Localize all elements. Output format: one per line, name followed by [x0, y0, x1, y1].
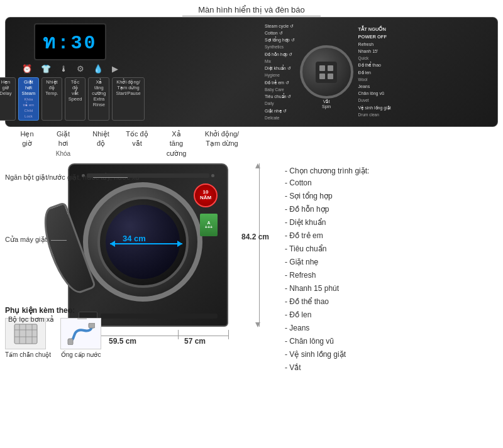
dial-dot-4 [328, 74, 333, 79]
prog-duvet: - Chăn lông vũ [285, 335, 498, 348]
prog-hygiene: Diệt khuẩn ↺Hygiene [265, 65, 295, 79]
rinse-icon: 💧 [93, 64, 103, 74]
boloc-line [77, 319, 87, 319]
svg-rect-7 [89, 323, 95, 328]
prog-cotton: - Cotton [285, 177, 498, 190]
dim-34-arrow [110, 243, 182, 244]
control-labels-row: Hẹngiờ GiặthơiKhóa Nhiệtđộ Tốc độvắt Xảt… [5, 129, 250, 158]
prog-refresh: - Refresh [285, 269, 498, 282]
prog-cotton: Cotton ↺ [265, 30, 295, 36]
prog-jeans: Jeans [358, 83, 391, 90]
spin-icon: ⚙ [77, 64, 84, 74]
acc-label-1: Tấm chắn chuột [5, 351, 51, 358]
mouse-guard-icon [13, 323, 38, 345]
program-list-title: - Chọn chương trình giặt: [285, 167, 498, 175]
label-hen-gio: Hẹngiờ [11, 129, 43, 158]
prog-sport: Đồ thể thao [358, 62, 391, 68]
control-panel: ท:30 ⏰ 👕 🌡 ⚙ 💧 ▶ Hẹn giờDelay Giặt hơiSt… [5, 17, 498, 127]
prog-spin: - Vắt [285, 361, 498, 374]
cua-line [51, 240, 67, 241]
arrow-left [110, 241, 115, 247]
ctrl-buttons-row: Hẹn giờDelay Giặt hơiSteamKhóa trẻ emChi… [0, 77, 145, 121]
icon-row: ⏰ 👕 🌡 ⚙ 💧 ▶ [22, 64, 118, 74]
dial-section: Steam cycle ↺ Cotton ↺ Sợi tổng hợp ↺Syn… [265, 22, 491, 123]
ngan-line [93, 177, 128, 178]
delay-btn[interactable]: Hẹn giờDelay [0, 77, 16, 121]
spin-label: VắtSpin [322, 99, 331, 109]
main-container: Màn hình hiển thị và đèn báo ท:30 ⏰ 👕 🌡 … [0, 0, 503, 448]
display-section: ท:30 ⏰ 👕 🌡 ⚙ 💧 ▶ Hẹn giờDelay Giặt hơiSt… [12, 23, 128, 121]
prog-delicate: - Giặt nhẹ [285, 256, 498, 269]
clock-icon: ⏰ [22, 64, 32, 74]
prog-drum: - Vệ sinh lồng giặt [285, 348, 498, 361]
acc-img-2 [60, 318, 101, 349]
warranty-badge: 10NĂM [194, 183, 218, 207]
prog-steam: Steam cycle ↺ [265, 23, 295, 30]
prog-sport: - Đồ thể thao [285, 295, 498, 309]
steam-btn[interactable]: Giặt hơiSteamKhóa trẻ emChild Lock [18, 77, 40, 121]
dial-dot-2 [328, 65, 333, 71]
dial-dot-1 [319, 65, 325, 71]
rinse-btn[interactable]: Xả tăngcườngExtra Rinse [88, 77, 109, 121]
speed-btn[interactable]: Tốc độ vắtSpeed [65, 77, 86, 121]
machine-diagram: Ngăn bột giặt/nước giặt, nước tẩy, nước … [5, 163, 275, 358]
machine-cabinet: 34 cm 10NĂM A+++ [68, 163, 228, 327]
play-icon: ▶ [112, 64, 118, 74]
water-hose-icon [67, 323, 95, 345]
prog-quick: Nhanh 15'Quick [358, 48, 391, 62]
prog-wool: Đồ lenWool [358, 69, 391, 84]
prog-delicate: Giặt nhẹ ↺Delicate [265, 107, 295, 122]
label-xa-tang: Xảtăngcường [156, 129, 197, 158]
accessories-section: Phụ kiện kèm theo: [5, 306, 101, 358]
arrow-right [177, 241, 182, 247]
time-display: ท:30 [34, 23, 106, 60]
dim-vert-line [259, 163, 260, 327]
label-nhiet-do: Nhiệtđộ [84, 129, 118, 158]
indicator-dot2 [211, 174, 214, 177]
prog-mix: - Đồ hỗn hợp [285, 203, 498, 216]
dial-indicator [316, 62, 337, 83]
prog-drum-clean: Vệ sinh lồng giặtDrum clean [358, 104, 391, 119]
label-bo-loc: Bộ lọc bơm xả [8, 315, 54, 324]
accessories-title: Phụ kiện kèm theo: [5, 306, 101, 315]
prog-wool: - Đồ len [285, 309, 498, 322]
accessories-items: Tấm chắn chuột Ống cấp nước [5, 318, 101, 358]
prog-synthetics: Sợi tổng hợp ↺Synthetics [265, 36, 295, 51]
label-khoi-dong: Khởi động/Tạm dừng [197, 129, 247, 158]
acc-item-1: Tấm chắn chuột [5, 318, 51, 358]
energy-label: A+++ [200, 214, 218, 236]
dim-mid-tick [178, 330, 179, 339]
shirt-icon: 👕 [41, 64, 51, 74]
acc-label-2: Ống cấp nước [60, 351, 101, 358]
program-list-section: - Chọn chương trình giặt: - Cotton - Sợi… [282, 163, 498, 374]
bottom-bar [101, 314, 218, 319]
prog-babycare: Đồ trẻ em ↺Baby Care [265, 79, 295, 94]
acc-item-2: Ống cấp nước [60, 318, 101, 358]
label-giat-hoi: GiặthơiKhóa [43, 129, 84, 158]
dim-59-label: 59.5 cm [109, 337, 136, 346]
dim-57-line [178, 336, 228, 336]
prog-daily: Tiêu chuẩn ↺Daily [265, 93, 295, 107]
dim-57-label: 57 cm [184, 337, 206, 346]
prog-duvet: Chăn lông vũDuvet [358, 90, 391, 104]
dim-34-label: 34 cm [123, 234, 146, 243]
machine-body: 34 cm 10NĂM A+++ [68, 163, 235, 330]
temp-icon: 🌡 [60, 64, 68, 74]
prog-jeans: - Jeans [285, 322, 498, 335]
dial-dot-3 [319, 74, 325, 79]
programs-left: Steam cycle ↺ Cotton ↺ Sợi tổng hợp ↺Syn… [265, 23, 295, 122]
prog-hygiene: - Diệt khuẩn [285, 216, 498, 229]
temp-btn[interactable]: Nhiệt độTemp. [41, 77, 62, 121]
dim-right-tick [228, 330, 229, 339]
svg-rect-6 [68, 339, 73, 345]
start-btn[interactable]: Khởi động/Tạm dừngStart/Pause [112, 77, 144, 121]
programs-right: TẮT NGUỒNPOWER OFF Refresh Nhanh 15'Quic… [358, 26, 391, 119]
top-annotation-text: Màn hình hiển thị và đèn báo [198, 5, 305, 14]
prog-quick15: - Nhanh 15 phút [285, 282, 498, 295]
dim-84-label: 84.2 cm [241, 232, 269, 241]
program-items: - Cotton - Sợi tổng hợp - Đồ hỗn hợp - D… [285, 177, 498, 374]
program-dial[interactable]: VắtSpin [300, 45, 353, 99]
prog-synthetics: - Sợi tổng hợp [285, 190, 498, 203]
prog-daily: - Tiêu chuẩn [285, 243, 498, 256]
label-cua-may-giat: Cửa máy giặt [5, 236, 47, 244]
